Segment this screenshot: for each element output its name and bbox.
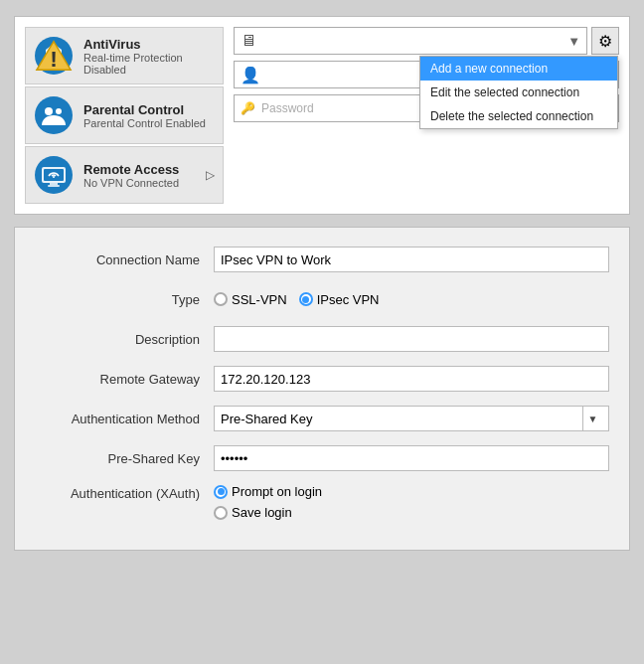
remote-access-title: Remote Access — [83, 162, 196, 177]
type-label: Type — [35, 292, 214, 307]
parental-control-title: Parental Control — [83, 102, 215, 117]
select-dropdown-arrow-icon: ▼ — [582, 407, 602, 430]
save-login-radio[interactable] — [214, 506, 228, 520]
prompt-login-radio-item[interactable]: Prompt on login — [214, 484, 609, 499]
parental-control-text: Parental Control Parental Control Enable… — [83, 102, 215, 129]
remote-access-text: Remote Access No VPN Connected — [83, 162, 196, 189]
save-login-radio-item[interactable]: Save login — [214, 505, 609, 520]
prompt-login-radio[interactable] — [214, 485, 228, 499]
select-arrow-icon: ▼ — [567, 34, 580, 49]
parental-control-subtitle: Parental Control Enabled — [83, 117, 215, 129]
auth-method-label: Authentication Method — [35, 412, 214, 426]
top-panel: ! AntiVirus Real-time Protection Disable… — [14, 16, 630, 215]
connection-name-input[interactable] — [214, 247, 609, 272]
svg-rect-9 — [50, 183, 58, 185]
auth-method-select[interactable]: Pre-Shared Key ▼ — [214, 406, 609, 431]
connection-row: 🖥 ▼ ⚙ Add a new connection Edit the sele… — [234, 27, 619, 55]
psk-label: Pre-Shared Key — [35, 451, 214, 466]
sidebar-item-parental-control[interactable]: Parental Control Parental Control Enable… — [25, 86, 224, 144]
xauth-control: Prompt on login Save login — [214, 484, 609, 520]
connection-name-label: Connection Name — [35, 252, 214, 267]
antivirus-subtitle: Real-time Protection Disabled — [83, 52, 215, 76]
description-control — [214, 326, 609, 352]
description-row: Description — [35, 325, 609, 353]
add-connection-item[interactable]: Add a new connection — [420, 57, 617, 81]
psk-control — [214, 445, 609, 471]
monitor-icon: 🖥 — [241, 32, 256, 50]
remote-gateway-row: Remote Gateway — [35, 365, 609, 393]
delete-connection-item[interactable]: Delete the selected connection — [420, 104, 617, 128]
remote-access-icon — [34, 155, 74, 195]
remote-gateway-label: Remote Gateway — [35, 372, 214, 387]
antivirus-icon: ! — [34, 36, 74, 76]
type-row: Type SSL-VPN IPsec VPN — [35, 285, 609, 313]
xauth-label: Authentication (XAuth) — [35, 484, 214, 501]
auth-method-control: Pre-Shared Key ▼ — [214, 406, 609, 431]
svg-text:!: ! — [50, 46, 58, 72]
user-icon: 👤 — [241, 66, 260, 84]
antivirus-title: AntiVirus — [83, 37, 215, 52]
bottom-panel: Connection Name Type SSL-VPN IPsec VPN D… — [14, 227, 630, 551]
gear-icon: ⚙ — [598, 32, 612, 51]
remote-gateway-control — [214, 366, 609, 392]
xauth-radio-group: Prompt on login Save login — [214, 484, 609, 520]
ipsec-vpn-label: IPsec VPN — [317, 292, 380, 307]
ipsec-vpn-radio-item[interactable]: IPsec VPN — [299, 292, 380, 307]
remote-access-subtitle: No VPN Connected — [83, 177, 196, 189]
remote-access-arrow-icon: ▷ — [206, 168, 215, 182]
type-radio-group: SSL-VPN IPsec VPN — [214, 292, 609, 307]
save-login-label: Save login — [232, 505, 292, 520]
edit-connection-item[interactable]: Edit the selected connection — [420, 81, 617, 104]
sidebar-list: ! AntiVirus Real-time Protection Disable… — [25, 27, 224, 204]
connection-dropdown-menu: Add a new connection Edit the selected c… — [419, 56, 618, 129]
parental-control-icon — [34, 95, 74, 135]
connection-name-row: Connection Name — [35, 246, 609, 273]
ssl-vpn-radio[interactable] — [214, 292, 228, 306]
connection-name-control — [214, 247, 609, 272]
type-control: SSL-VPN IPsec VPN — [214, 292, 609, 307]
antivirus-text: AntiVirus Real-time Protection Disabled — [83, 37, 215, 76]
auth-method-row: Authentication Method Pre-Shared Key ▼ — [35, 405, 609, 432]
svg-rect-10 — [48, 185, 60, 187]
remote-gateway-input[interactable] — [214, 366, 609, 392]
sidebar-item-remote-access[interactable]: Remote Access No VPN Connected ▷ — [25, 146, 224, 204]
description-label: Description — [35, 332, 214, 347]
ipsec-vpn-radio[interactable] — [299, 292, 313, 306]
description-input[interactable] — [214, 326, 609, 352]
xauth-row: Authentication (XAuth) Prompt on login S… — [35, 484, 609, 520]
gear-button[interactable]: ⚙ Add a new connection Edit the selected… — [591, 27, 619, 55]
svg-point-4 — [45, 107, 53, 115]
psk-input[interactable] — [214, 445, 609, 471]
svg-point-11 — [53, 176, 55, 178]
key-icon: 🔑 — [241, 101, 255, 115]
auth-method-value: Pre-Shared Key — [221, 412, 313, 426]
psk-row: Pre-Shared Key — [35, 444, 609, 472]
sidebar-item-antivirus[interactable]: ! AntiVirus Real-time Protection Disable… — [25, 27, 224, 84]
ssl-vpn-radio-item[interactable]: SSL-VPN — [214, 292, 287, 307]
ssl-vpn-label: SSL-VPN — [232, 292, 287, 307]
connection-select[interactable]: 🖥 ▼ — [234, 27, 587, 55]
prompt-login-label: Prompt on login — [232, 484, 322, 499]
vpn-right-panel: 🖥 ▼ ⚙ Add a new connection Edit the sele… — [234, 27, 619, 204]
svg-point-5 — [56, 108, 62, 114]
password-placeholder: Password — [261, 101, 314, 115]
